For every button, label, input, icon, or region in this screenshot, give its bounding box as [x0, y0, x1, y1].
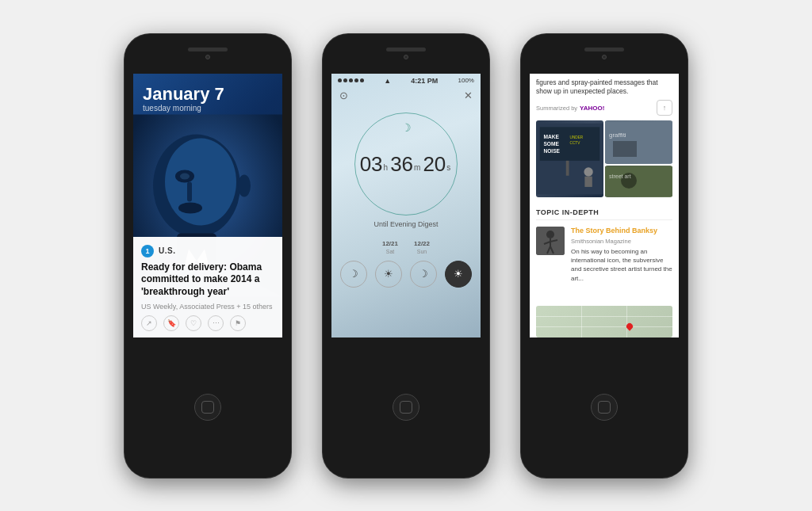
date1-day: Sat	[386, 249, 395, 254]
sun-schedule-btn-1[interactable]: ☀	[375, 261, 402, 288]
phone-bottom-bar-1	[194, 337, 221, 478]
svg-point-6	[178, 202, 202, 213]
date2-day: Sun	[417, 249, 427, 254]
article-screen: figures and spray-painted messages that …	[530, 74, 679, 337]
wifi-icon: ▲	[384, 77, 391, 85]
svg-text:street art: street art	[609, 174, 631, 179]
svg-point-2	[165, 138, 236, 225]
article-top-text: figures and spray-painted messages that …	[530, 74, 679, 99]
svg-rect-21	[613, 141, 637, 157]
camera-1	[205, 55, 210, 59]
topic-card: The Story Behind Banksy Smithsonian Maga…	[536, 227, 672, 282]
hours-unit: h	[384, 163, 389, 172]
phone-top-bar-3	[521, 34, 688, 74]
home-button-inner-3	[598, 401, 611, 414]
status-bar: ▲ 4:21 PM 100%	[331, 74, 481, 86]
news-day: tuesday morning	[143, 104, 224, 112]
svg-rect-5	[187, 181, 192, 201]
speaker-3	[584, 48, 624, 51]
news-source: US Weekly, Associated Press + 15 others	[141, 303, 274, 311]
phone-top-bar-2	[323, 34, 489, 74]
phone-top-bar-1	[124, 34, 291, 74]
clock-controls: ⊙ ✕	[331, 86, 481, 105]
bookmark-action[interactable]: 🔖	[163, 315, 179, 331]
speaker-2	[386, 48, 426, 51]
phone-bottom-bar-3	[591, 337, 618, 478]
home-button-inner-1	[201, 401, 214, 414]
article-share-btn[interactable]: ↑	[657, 100, 672, 116]
map-grid-line-v1	[581, 306, 582, 337]
topic-in-depth-section: Topic in-depth	[530, 204, 679, 302]
svg-text:CCTV: CCTV	[570, 141, 581, 145]
news-headline: Ready for delivery: Obama committed to m…	[141, 261, 274, 299]
news-category-badge: 1	[141, 245, 154, 257]
moon-schedule-btn-1[interactable]: ☽	[340, 261, 367, 288]
clock-circle-area: ☽ 03 h 36 m 20 s	[331, 112, 481, 215]
battery-icon: 100%	[458, 77, 474, 84]
phone-article: figures and spray-painted messages that …	[521, 34, 688, 478]
phone-bottom-bar-2	[393, 337, 419, 478]
close-icon[interactable]: ✕	[464, 90, 473, 101]
home-button-2[interactable]	[393, 394, 419, 421]
clock-minutes: 36	[390, 154, 413, 174]
map-grid-line-v2	[626, 306, 627, 337]
svg-text:graffiti: graffiti	[609, 132, 626, 139]
speaker-1	[188, 48, 228, 51]
date2-label: 12/22	[414, 240, 430, 247]
topic-info: The Story Behind Banksy Smithsonian Maga…	[571, 227, 672, 282]
topic-source: Smithsonian Magazine	[571, 238, 672, 245]
clock-time-display: 03 h 36 m 20 s	[360, 154, 453, 174]
date1-label: 12/21	[382, 240, 398, 247]
article-photo-sub-1: graffiti	[605, 120, 672, 164]
svg-rect-22	[605, 166, 672, 196]
article-summarized-row: Summarized by YAHOO! ↑	[530, 98, 679, 120]
map-grid-line-h2	[536, 326, 672, 327]
svg-rect-18	[584, 177, 592, 187]
news-actions: ↗ 🔖 ♡ ⋯ ⚑	[141, 315, 274, 331]
article-photo-grid: MAKE SOME NOISE UNDER CCTV	[530, 120, 679, 197]
article-photo-sub-2: street art	[605, 166, 672, 197]
news-card: 1 U.S. Ready for delivery: Obama committ…	[133, 237, 282, 337]
clock-until-label: Until Evening Digest	[331, 220, 481, 228]
clock-seconds: 20	[423, 154, 446, 174]
svg-text:UNDER: UNDER	[570, 135, 584, 139]
clock-time-status: 4:21 PM	[411, 77, 438, 85]
moon-icon: ☽	[401, 121, 412, 134]
news-screen: January 7 tuesday morning 1 U.S. Ready f…	[133, 74, 282, 337]
topic-in-depth-title: Topic in-depth	[536, 208, 672, 220]
article-photo-main: MAKE SOME NOISE UNDER CCTV	[536, 120, 603, 197]
svg-text:SOME: SOME	[543, 141, 559, 147]
home-button-3[interactable]	[591, 394, 618, 421]
svg-text:NOISE: NOISE	[543, 149, 560, 154]
like-action[interactable]: ♡	[186, 315, 201, 331]
map-grid-line-h1	[536, 316, 672, 317]
svg-text:MAKE: MAKE	[543, 134, 559, 139]
article-map-preview	[536, 306, 672, 337]
more-action[interactable]: ⋯	[208, 315, 224, 331]
clock-screen: ▲ 4:21 PM 100% ⊙ ✕ ☽ 03 h 36 m 20 s	[331, 74, 481, 337]
minutes-unit: m	[414, 163, 420, 172]
news-category-label: U.S.	[159, 246, 175, 255]
seconds-unit: s	[446, 163, 450, 172]
news-date-area: January 7 tuesday morning	[143, 85, 224, 112]
camera-2	[404, 55, 408, 59]
home-button-1[interactable]	[194, 394, 221, 421]
topic-headline: The Story Behind Banksy	[571, 227, 672, 236]
svg-point-4	[180, 173, 190, 179]
sun-schedule-btn-2[interactable]: ☀	[445, 261, 472, 288]
yahoo-logo: YAHOO!	[580, 105, 604, 112]
clock-ring: ☽ 03 h 36 m 20 s	[354, 112, 458, 215]
clock-hours: 03	[360, 154, 383, 174]
moon-schedule-btn-2[interactable]: ☽	[410, 261, 437, 288]
news-category-row: 1 U.S.	[141, 245, 274, 257]
camera-3	[602, 55, 607, 59]
signal-icon	[338, 78, 364, 82]
settings-icon[interactable]: ⊙	[339, 90, 348, 101]
phone-news: January 7 tuesday morning 1 U.S. Ready f…	[124, 34, 291, 478]
home-button-inner-2	[400, 401, 412, 414]
svg-point-17	[584, 168, 592, 177]
share-action[interactable]: ↗	[141, 315, 157, 331]
phone-clock: ▲ 4:21 PM 100% ⊙ ✕ ☽ 03 h 36 m 20 s	[323, 34, 489, 478]
flag-action[interactable]: ⚑	[230, 315, 246, 331]
news-date: January 7	[143, 85, 224, 104]
